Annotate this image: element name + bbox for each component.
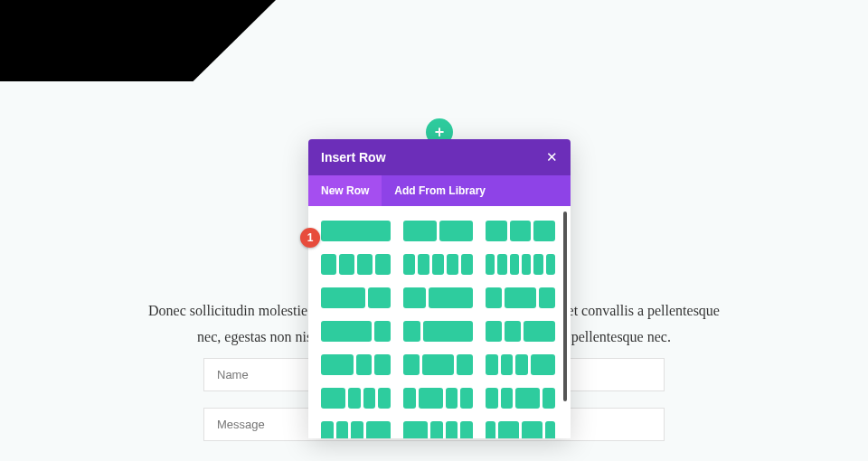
layout-1-2[interactable] — [403, 287, 473, 308]
layout-2-1-1[interactable] — [321, 354, 391, 375]
insert-row-modal: Insert Row ✕ New Row Add From Library — [308, 139, 571, 438]
layout-4col[interactable] — [321, 254, 391, 275]
layout-3-1[interactable] — [321, 321, 391, 342]
layout-options-pane — [308, 206, 571, 438]
tab-new-row[interactable]: New Row — [308, 175, 382, 206]
layout-1-2-1-1[interactable] — [403, 388, 473, 409]
layout-1-3[interactable] — [403, 321, 473, 342]
scrollbar[interactable] — [563, 212, 567, 401]
layout-3col[interactable] — [486, 221, 555, 241]
layout-1-2-1[interactable] — [486, 287, 555, 308]
close-icon[interactable]: ✕ — [546, 149, 558, 165]
layout-6col[interactable] — [486, 254, 555, 275]
layout-2col[interactable] — [403, 221, 473, 241]
layout-1-1-2-1[interactable] — [486, 388, 555, 409]
layout-2-1-1-1[interactable] — [321, 388, 391, 409]
annotation-marker-1: 1 — [300, 228, 320, 248]
layout-1-1-2[interactable] — [486, 321, 555, 342]
layout-extra-a[interactable] — [321, 421, 391, 438]
modal-title: Insert Row — [321, 150, 386, 165]
layout-5col[interactable] — [403, 254, 473, 275]
layout-2-1[interactable] — [321, 287, 391, 308]
layout-extra-c[interactable] — [486, 421, 555, 438]
layout-extra-b[interactable] — [403, 421, 473, 438]
modal-tabs: New Row Add From Library — [308, 175, 571, 206]
marker-label: 1 — [307, 231, 314, 244]
layout-1-2-1b[interactable] — [403, 354, 473, 375]
layout-1col[interactable] — [321, 221, 391, 241]
modal-header: Insert Row ✕ — [308, 139, 571, 175]
layout-1-1-1-2[interactable] — [486, 354, 555, 375]
page-header-wedge — [0, 0, 276, 81]
tab-add-from-library[interactable]: Add From Library — [382, 175, 498, 206]
